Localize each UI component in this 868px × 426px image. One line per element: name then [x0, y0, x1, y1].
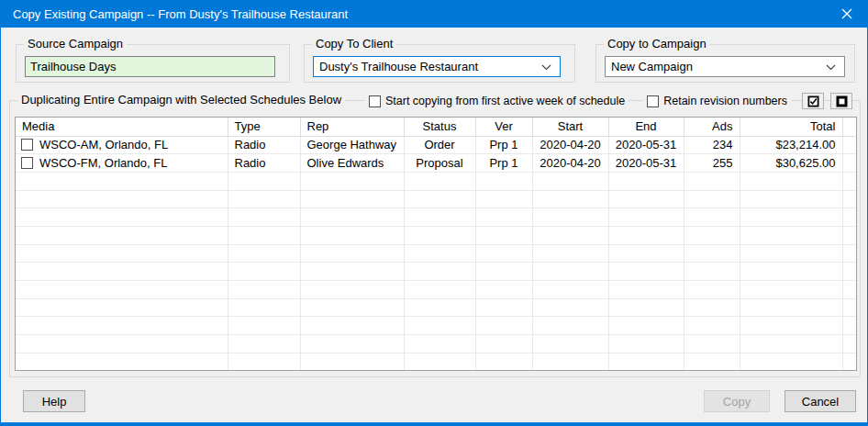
copy-campaign-dialog: Copy Existing Campaign -- From Dusty's T…: [0, 0, 868, 426]
table-empty-row: [16, 190, 857, 208]
source-campaign-group: Source Campaign: [16, 44, 290, 83]
table-empty-row: [16, 208, 857, 227]
schedules-table-container: MediaTypeRepStatusVerStartEndAdsTotalWSC…: [15, 117, 857, 371]
table-empty-row: [16, 263, 857, 281]
chevron-down-icon: [541, 64, 551, 71]
start-copying-checkbox-item[interactable]: Start copying from first active week of …: [365, 95, 629, 107]
cell-start: 2020-04-20: [532, 154, 608, 173]
copy-button[interactable]: Copy: [704, 390, 770, 412]
copy-to-client-group: Copy To Client Dusty's Trailhouse Restau…: [304, 44, 575, 83]
check-all-button[interactable]: [802, 93, 824, 109]
cancel-button-label: Cancel: [802, 395, 839, 409]
cell-type: Radio: [228, 154, 300, 173]
schedule-options-row: Start copying from first active week of …: [365, 93, 852, 109]
copy-to-client-value: Dusty's Trailhouse Restaurant: [319, 60, 478, 73]
schedules-group: Duplicating Entire Campaign with Selecte…: [9, 100, 861, 377]
column-header-start[interactable]: Start: [532, 118, 608, 136]
row-checkbox[interactable]: [21, 157, 33, 169]
chevron-down-icon: [826, 64, 836, 71]
table-header-row: MediaTypeRepStatusVerStartEndAdsTotal: [16, 118, 857, 136]
retain-revision-checkbox[interactable]: [647, 95, 659, 107]
column-header-status[interactable]: Status: [404, 118, 475, 136]
check-all-icon: [807, 95, 819, 107]
help-button-label: Help: [42, 395, 67, 409]
cell-filler: [842, 136, 857, 154]
copy-to-campaign-value: New Campaign: [611, 60, 693, 73]
copy-to-client-dropdown[interactable]: Dusty's Trailhouse Restaurant: [313, 56, 561, 77]
table-empty-row: [16, 298, 857, 317]
column-header-filler: [842, 118, 857, 136]
cell-rep: George Hathway: [300, 136, 404, 154]
uncheck-all-button[interactable]: [830, 93, 852, 109]
cell-status: Order: [404, 136, 475, 154]
table-empty-row: [16, 335, 857, 353]
table-empty-row: [16, 281, 857, 299]
uncheck-all-icon: [836, 95, 848, 107]
table-empty-row: [16, 353, 857, 371]
column-header-ads[interactable]: Ads: [684, 118, 740, 136]
retain-revision-label: Retain revision numbers: [663, 95, 787, 107]
cell-status: Proposal: [404, 154, 475, 173]
source-campaign-input[interactable]: [25, 56, 275, 77]
column-header-rep[interactable]: Rep: [300, 118, 404, 136]
column-header-ver[interactable]: Ver: [475, 118, 532, 136]
copy-to-campaign-dropdown[interactable]: New Campaign: [605, 56, 845, 77]
cell-end: 2020-05-31: [608, 154, 684, 173]
schedules-group-label: Duplicating Entire Campaign with Selecte…: [17, 93, 345, 106]
cell-type: Radio: [228, 136, 300, 154]
close-button[interactable]: [826, 0, 868, 28]
start-copying-label: Start copying from first active week of …: [385, 95, 625, 107]
cell-start: 2020-04-20: [532, 136, 608, 154]
cell-total: $30,625.00: [740, 154, 842, 173]
column-header-total[interactable]: Total: [740, 118, 842, 136]
table-row[interactable]: WSCO-AM, Orlando, FLRadioGeorge HathwayO…: [16, 136, 857, 154]
copy-to-campaign-group: Copy to Campaign New Campaign: [595, 44, 855, 83]
cell-filler: [842, 154, 857, 173]
cell-ads: 234: [684, 136, 740, 154]
cell-rep: Olive Edwards: [300, 154, 404, 173]
cell-total: $23,214.00: [740, 136, 842, 154]
table-empty-row: [16, 317, 857, 335]
table-empty-row: [16, 244, 857, 263]
source-campaign-group-label: Source Campaign: [24, 37, 127, 50]
cancel-button[interactable]: Cancel: [785, 390, 856, 412]
table-empty-row: [16, 226, 857, 244]
copy-to-campaign-group-label: Copy to Campaign: [604, 37, 710, 50]
cell-ads: 255: [684, 154, 740, 173]
column-header-type[interactable]: Type: [228, 118, 300, 136]
schedules-table: MediaTypeRepStatusVerStartEndAdsTotalWSC…: [16, 118, 857, 371]
column-header-end[interactable]: End: [608, 118, 684, 136]
table-row[interactable]: WSCO-FM, Orlando, FLRadioOlive EdwardsPr…: [16, 154, 857, 173]
dialog-title: Copy Existing Campaign -- From Dusty's T…: [13, 7, 348, 21]
cell-ver: Prp 1: [475, 154, 532, 173]
cell-end: 2020-05-31: [608, 136, 684, 154]
column-header-media[interactable]: Media: [16, 118, 228, 136]
start-copying-checkbox[interactable]: [369, 95, 381, 107]
help-button[interactable]: Help: [23, 390, 85, 412]
retain-revision-checkbox-item[interactable]: Retain revision numbers: [643, 95, 791, 107]
copy-button-label: Copy: [723, 395, 751, 409]
close-icon: [841, 8, 852, 19]
copy-to-client-group-label: Copy To Client: [312, 37, 396, 50]
row-checkbox[interactable]: [21, 139, 33, 151]
title-bar: Copy Existing Campaign -- From Dusty's T…: [0, 0, 868, 28]
table-empty-row: [16, 172, 857, 190]
cell-media: WSCO-AM, Orlando, FL: [39, 138, 168, 151]
cell-media: WSCO-FM, Orlando, FL: [39, 156, 167, 170]
dialog-body: Source Campaign Copy To Client Dusty's T…: [1, 28, 867, 422]
cell-ver: Prp 1: [475, 136, 532, 154]
